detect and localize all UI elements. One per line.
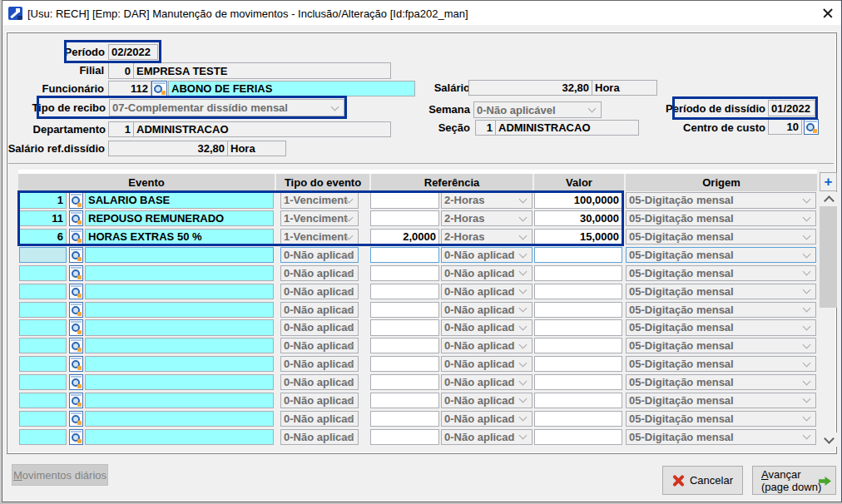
row-12-code-cell[interactable] (19, 393, 67, 408)
row-6-valor-cell[interactable] (534, 284, 622, 299)
row-6-referencia-dropdown[interactable]: 0-Não aplicad (441, 284, 532, 299)
avancar-button[interactable]: Avançar (page down) (752, 466, 836, 495)
row-4-tipo-dropdown[interactable]: 0-Não aplicad (280, 247, 359, 263)
periodo-field[interactable]: 02/2022 (108, 44, 158, 60)
row-7-code-cell[interactable] (19, 302, 67, 318)
row-11-tipo-dropdown[interactable]: 0-Não aplicad (280, 374, 359, 390)
row-2-search-icon[interactable] (69, 210, 83, 226)
row-9-event-cell[interactable] (85, 338, 274, 353)
row-8-referencia-dropdown[interactable]: 0-Não aplicad (441, 319, 532, 335)
secao-code-field[interactable]: 1 (475, 120, 496, 136)
row-1-tipo-dropdown[interactable]: 1-Venciment (280, 192, 359, 208)
row-12-event-cell[interactable] (85, 393, 274, 408)
row-13-referencia-value-cell[interactable] (370, 411, 439, 427)
row-3-referencia-dropdown[interactable]: 2-Horas (441, 229, 532, 245)
row-5-search-icon[interactable] (69, 265, 83, 281)
departamento-name-field[interactable]: ADMINISTRACAO (133, 121, 391, 137)
grid-header-4[interactable]: Valor (534, 174, 624, 191)
row-2-referencia-value-cell[interactable] (370, 210, 439, 226)
row-13-referencia-dropdown[interactable]: 0-Não aplicad (441, 411, 532, 427)
row-14-referencia-value-cell[interactable] (370, 429, 439, 445)
row-7-event-cell[interactable] (85, 302, 274, 318)
row-1-origem-dropdown[interactable]: 05-Digitação mensal (626, 192, 816, 208)
row-14-event-cell[interactable] (85, 429, 274, 445)
row-14-search-icon[interactable] (69, 429, 83, 445)
row-14-valor-cell[interactable] (534, 429, 622, 445)
scrollbar-thumb[interactable] (820, 206, 837, 308)
row-3-referencia-value-cell[interactable]: 2,0000 (370, 229, 439, 245)
row-2-referencia-dropdown[interactable]: 2-Horas (441, 210, 532, 226)
row-2-tipo-dropdown[interactable]: 1-Venciment (280, 210, 359, 226)
row-5-origem-dropdown[interactable]: 05-Digitação mensal (626, 265, 816, 281)
row-9-tipo-dropdown[interactable]: 0-Não aplicad (280, 338, 359, 353)
grid-header-5[interactable]: Origem (626, 174, 817, 191)
row-10-search-icon[interactable] (69, 356, 83, 372)
filial-name-field[interactable]: EMPRESA TESTE (133, 62, 391, 79)
row-4-search-icon[interactable] (69, 247, 83, 263)
row-12-tipo-dropdown[interactable]: 0-Não aplicad (280, 393, 359, 408)
row-1-referencia-value-cell[interactable] (370, 192, 439, 208)
salario-ref-dissidio-field[interactable]: 32,80 (108, 141, 228, 156)
centro-custo-field[interactable]: 10 (768, 119, 802, 135)
row-2-event-cell[interactable]: REPOUSO REMUNERADO (85, 210, 274, 226)
row-8-tipo-dropdown[interactable]: 0-Não aplicad (280, 319, 359, 335)
row-13-code-cell[interactable] (19, 411, 67, 427)
movimentos-diarios-button[interactable]: Movimentos diários (12, 464, 108, 486)
semana-dropdown[interactable]: 0-Não aplicável (473, 101, 602, 118)
row-4-referencia-value-cell[interactable] (370, 247, 439, 263)
row-11-code-cell[interactable] (19, 374, 67, 390)
row-3-search-icon[interactable] (69, 229, 83, 245)
row-6-code-cell[interactable] (19, 284, 67, 299)
row-14-origem-dropdown[interactable]: 05-Digitação mensal (626, 429, 816, 445)
row-7-valor-cell[interactable] (534, 302, 622, 318)
add-row-button[interactable]: + (820, 172, 837, 191)
row-7-origem-dropdown[interactable]: 05-Digitação mensal (626, 302, 816, 318)
row-13-valor-cell[interactable] (534, 411, 622, 427)
row-6-origem-dropdown[interactable]: 05-Digitação mensal (626, 284, 816, 299)
row-10-valor-cell[interactable] (534, 356, 622, 372)
row-4-code-cell[interactable] (19, 247, 67, 263)
row-5-tipo-dropdown[interactable]: 0-Não aplicad (280, 265, 359, 281)
row-14-code-cell[interactable] (19, 429, 67, 445)
row-2-origem-dropdown[interactable]: 05-Digitação mensal (626, 210, 816, 226)
row-2-valor-cell[interactable]: 30,0000 (534, 210, 622, 226)
row-12-origem-dropdown[interactable]: 05-Digitação mensal (626, 393, 816, 408)
row-7-tipo-dropdown[interactable]: 0-Não aplicad (280, 302, 359, 318)
row-5-code-cell[interactable] (19, 265, 67, 281)
close-icon[interactable] (821, 7, 835, 21)
row-10-tipo-dropdown[interactable]: 0-Não aplicad (280, 356, 359, 372)
row-7-search-icon[interactable] (69, 302, 83, 318)
row-1-event-cell[interactable]: SALARIO BASE (85, 192, 274, 208)
row-5-referencia-value-cell[interactable] (370, 265, 439, 281)
row-1-search-icon[interactable] (69, 192, 83, 208)
row-8-search-icon[interactable] (69, 319, 83, 335)
funcionario-code-field[interactable]: 112 (108, 81, 151, 96)
row-4-origem-dropdown[interactable]: 05-Digitação mensal (626, 247, 816, 263)
row-5-valor-cell[interactable] (534, 265, 622, 281)
row-12-search-icon[interactable] (69, 393, 83, 408)
row-2-code-cell[interactable]: 11 (19, 210, 67, 226)
row-8-origem-dropdown[interactable]: 05-Digitação mensal (626, 319, 816, 335)
row-8-event-cell[interactable] (85, 319, 274, 335)
row-6-search-icon[interactable] (69, 284, 83, 299)
grid-header-2[interactable]: Tipo do evento (276, 174, 369, 191)
grid-header-1[interactable]: Evento (18, 174, 275, 191)
row-11-search-icon[interactable] (69, 374, 83, 390)
scroll-down-button[interactable] (820, 432, 838, 447)
row-13-tipo-dropdown[interactable]: 0-Não aplicad (280, 411, 359, 427)
salario-field[interactable]: 32,80 (468, 80, 592, 96)
tipo-recibo-dropdown[interactable]: 07-Complementar dissídio mensal (109, 99, 344, 116)
row-1-valor-cell[interactable]: 100,0000 (534, 192, 622, 208)
row-3-code-cell[interactable]: 6 (19, 229, 67, 245)
row-7-referencia-value-cell[interactable] (370, 302, 439, 318)
row-8-referencia-value-cell[interactable] (370, 319, 439, 335)
row-1-code-cell[interactable]: 1 (19, 192, 67, 208)
row-10-referencia-dropdown[interactable]: 0-Não aplicad (441, 356, 532, 372)
row-9-referencia-dropdown[interactable]: 0-Não aplicad (441, 338, 532, 353)
row-6-event-cell[interactable] (85, 284, 274, 299)
scroll-up-button[interactable] (820, 192, 838, 206)
row-3-valor-cell[interactable]: 15,0000 (534, 229, 622, 245)
row-6-tipo-dropdown[interactable]: 0-Não aplicad (280, 284, 359, 299)
departamento-code-field[interactable]: 1 (108, 121, 134, 137)
row-1-referencia-dropdown[interactable]: 2-Horas (441, 192, 532, 208)
